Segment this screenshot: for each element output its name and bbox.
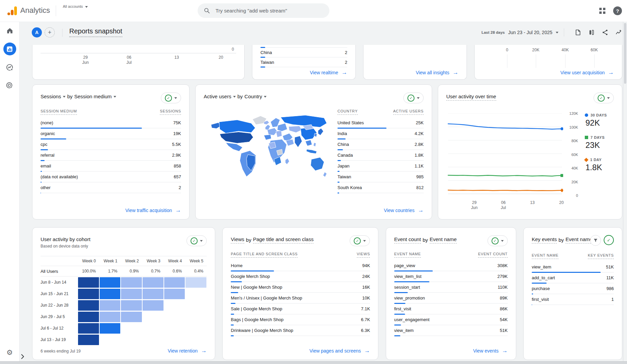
arrow-right-icon: → xyxy=(342,69,347,76)
views-table: PAGE TITLE AND SCREEN CLASSVIEWS Home94K… xyxy=(231,252,370,336)
cohort-cell xyxy=(164,289,185,299)
expand-chevron-icon[interactable] xyxy=(21,354,24,359)
cohort-cell xyxy=(78,335,99,345)
legend-circle-icon xyxy=(585,113,588,117)
note-icon[interactable] xyxy=(574,29,582,36)
row-bar xyxy=(532,304,532,305)
help-icon[interactable]: ? xyxy=(613,6,622,15)
cohort-card: User activity by cohort Based on device … xyxy=(32,227,215,360)
card-controls: ✓ xyxy=(590,235,614,246)
apps-grid-icon[interactable] xyxy=(599,8,605,14)
horizontal-scrollbar[interactable] xyxy=(0,361,627,364)
arrow-right-icon: → xyxy=(418,207,424,214)
data-quality-dropdown[interactable]: ✓ xyxy=(161,93,181,103)
sidebar-item-advertising[interactable] xyxy=(0,76,19,95)
card-title: Key eventsbyEvent name xyxy=(532,236,593,243)
legend-diamond-icon xyxy=(584,158,588,162)
row-label: New | Google Merch Shop xyxy=(231,285,282,290)
settings-gear-icon[interactable]: ⚙ xyxy=(0,348,19,357)
date-range-selector[interactable]: Jun 23 - Jul 20, 2025 xyxy=(508,30,552,35)
chevron-down-icon[interactable] xyxy=(264,96,267,98)
table-row: United States25K xyxy=(337,118,424,128)
cohort-row: Jun 29 - Jul 5 xyxy=(41,311,207,322)
row-value: 985 xyxy=(416,174,424,179)
sidebar-item-explore[interactable] xyxy=(0,58,19,76)
view-pages-screens-link[interactable]: View pages and screens→ xyxy=(309,347,370,354)
vertical-scrollbar[interactable] xyxy=(623,22,627,362)
legend-item: 7 DAYS 23K xyxy=(585,135,607,150)
search-input[interactable] xyxy=(215,7,318,14)
metric-selector[interactable]: Active users xyxy=(204,94,231,99)
cohort-week-header: Week 0Week 1Week 2Week 3Week 4Week 5 xyxy=(41,256,207,266)
view-retention-link[interactable]: View retention→ xyxy=(168,347,207,354)
data-quality-dropdown[interactable]: ✓ xyxy=(350,235,370,246)
row-label: (none) xyxy=(41,120,53,125)
table-header: PAGE TITLE AND SCREEN CLASSVIEWS xyxy=(231,252,370,258)
cohort-cell xyxy=(100,300,121,311)
dimension-selector[interactable]: Country xyxy=(245,94,262,99)
analytics-logo-icon[interactable] xyxy=(7,6,17,15)
cohort-row: Jun 15 - Jun 21 xyxy=(41,288,207,300)
data-quality-dropdown[interactable]: ✓ xyxy=(403,93,424,103)
view-traffic-acquisition-link[interactable]: View traffic acquisition→ xyxy=(125,207,181,214)
row-value: 279K xyxy=(497,274,507,279)
row-label: other xyxy=(41,185,51,190)
insights-icon[interactable] xyxy=(615,29,622,36)
row-label: purchase xyxy=(532,286,550,291)
data-quality-dropdown[interactable]: ✓ xyxy=(487,235,508,246)
arrow-right-icon: → xyxy=(201,347,207,354)
divider xyxy=(564,28,564,36)
chevron-down-icon xyxy=(200,240,203,242)
view-all-insights-link[interactable]: View all insights→ xyxy=(416,69,458,76)
view-realtime-link[interactable]: View realtime→ xyxy=(310,69,347,76)
account-switcher[interactable]: All accounts xyxy=(63,4,88,9)
table-row: South Korea812 xyxy=(337,182,424,193)
row-value: 94K xyxy=(362,263,370,268)
view-user-acquisition-link[interactable]: View user acquisition→ xyxy=(560,69,614,76)
chart-legend: 30 DAYS 92K 7 DAYS 23K 1 DAY 1.8K xyxy=(585,113,607,180)
cohort-row: Jul 13 - Jul 19 xyxy=(41,334,207,345)
metric-selector[interactable]: Sessions xyxy=(41,94,61,99)
cohort-row-label: Jul 13 - Jul 19 xyxy=(41,337,78,342)
cohort-cell xyxy=(143,289,164,299)
table-row: cpc5.5K xyxy=(41,139,181,150)
view-countries-link[interactable]: View countries→ xyxy=(384,207,424,214)
search-bar[interactable] xyxy=(198,3,329,18)
comparison-icon[interactable] xyxy=(588,29,595,36)
dimension-selector[interactable]: Session medium xyxy=(74,94,112,99)
chevron-down-icon[interactable] xyxy=(63,96,66,98)
row-value: 51K xyxy=(500,328,508,333)
events-table: EVENT NAMEEVENT COUNT page_view308Kview_… xyxy=(394,252,508,336)
row-value: 19K xyxy=(173,131,181,136)
chevron-down-icon[interactable] xyxy=(233,96,236,98)
data-quality-dropdown[interactable]: ✓ xyxy=(186,235,207,246)
row-value: 2.9K xyxy=(172,153,181,158)
cohort-row: Jun 22 - Jun 28 xyxy=(41,300,207,311)
table-row: page_view308K xyxy=(394,260,508,271)
arrow-right-icon: → xyxy=(608,69,614,76)
row-value: 54K xyxy=(500,317,508,322)
chevron-down-icon[interactable] xyxy=(114,96,116,98)
property-avatar[interactable]: A xyxy=(32,27,42,37)
insights-card: View all insights→ xyxy=(363,45,467,80)
sidebar-item-reports[interactable] xyxy=(0,40,19,58)
share-icon[interactable] xyxy=(601,29,609,36)
y-axis-zero: 0 xyxy=(232,47,234,52)
row-label: Bags | Google Merch Shop xyxy=(231,317,283,322)
row-value: 86K xyxy=(500,306,508,311)
chevron-down-icon xyxy=(174,97,177,99)
table-header: EVENT NAMEEVENT COUNT xyxy=(394,252,508,258)
check-icon[interactable]: ✓ xyxy=(604,235,614,245)
table-row: user_engagement54K xyxy=(394,314,508,325)
data-quality-dropdown[interactable]: ✓ xyxy=(594,93,614,103)
chevron-down-icon[interactable] xyxy=(556,32,558,33)
sidebar-item-home[interactable] xyxy=(0,22,19,40)
filter-funnel-icon[interactable] xyxy=(590,235,601,246)
add-comparison-button[interactable]: + xyxy=(45,27,55,37)
row-divider xyxy=(260,57,347,57)
row-label: cpc xyxy=(41,142,47,147)
row-label: Japan xyxy=(337,163,349,168)
row-value: 51K xyxy=(606,264,614,269)
table-row: view_promotion89K xyxy=(394,293,508,304)
view-events-link[interactable]: View events→ xyxy=(473,347,507,354)
